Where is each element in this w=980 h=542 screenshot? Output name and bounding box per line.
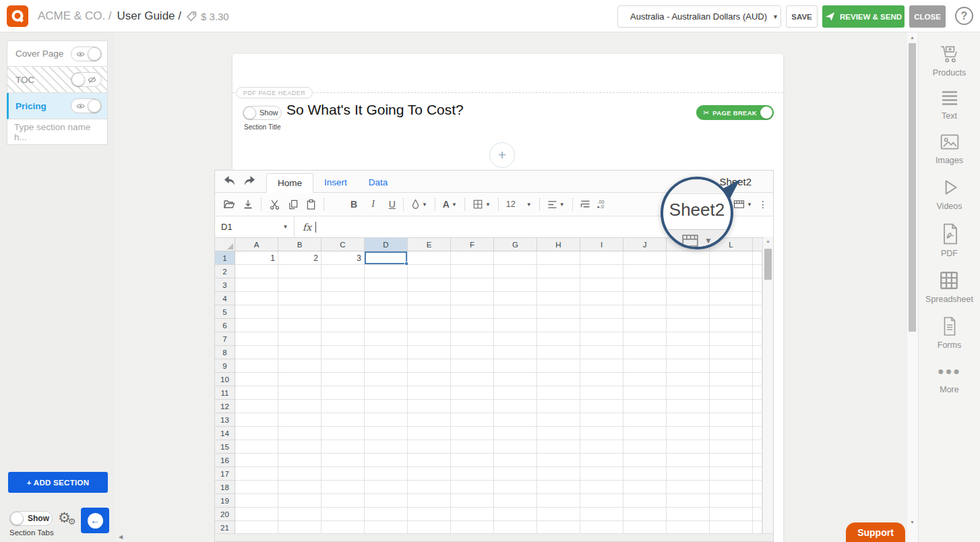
formula-input[interactable] [315, 222, 316, 233]
cell-A1[interactable]: 1 [235, 251, 278, 265]
add-block-button[interactable]: + [489, 142, 515, 168]
cell-I6[interactable] [580, 319, 623, 332]
cell-G7[interactable] [494, 332, 537, 346]
cell-E5[interactable] [408, 305, 451, 319]
cell-G15[interactable] [494, 440, 537, 454]
redo-icon[interactable] [243, 175, 256, 186]
cell-F20[interactable] [451, 508, 494, 521]
cell-G16[interactable] [494, 454, 537, 467]
cell-K17[interactable] [667, 467, 710, 481]
cell-H3[interactable] [537, 278, 580, 292]
cell-K3[interactable] [667, 278, 710, 292]
column-header-J[interactable]: J [623, 238, 667, 251]
currency-selector[interactable]: Australia - Australian Dollars (AUD) ▼ [617, 5, 781, 28]
sheet-scrollbar-thumb[interactable] [764, 249, 772, 280]
cell-D4[interactable] [365, 292, 408, 305]
cell-G8[interactable] [494, 346, 537, 359]
cell-F7[interactable] [451, 332, 494, 346]
cell-J19[interactable] [623, 494, 667, 508]
cell-B17[interactable] [278, 467, 321, 481]
cell-K13[interactable] [667, 413, 710, 427]
cell-H20[interactable] [537, 508, 580, 521]
cell-H2[interactable] [537, 265, 580, 278]
cell-F11[interactable] [451, 386, 494, 400]
collapse-sidebar-button[interactable]: ← [81, 508, 109, 533]
cell-C7[interactable] [321, 332, 365, 346]
undo-icon[interactable] [223, 175, 236, 186]
support-button[interactable]: Support [846, 522, 905, 542]
row-header-3[interactable]: 3 [215, 278, 235, 292]
cell-K21[interactable] [667, 521, 710, 535]
cell-F17[interactable] [451, 467, 494, 481]
open-icon[interactable] [223, 198, 235, 210]
column-header-H[interactable]: H [537, 238, 580, 251]
cell-F10[interactable] [451, 373, 494, 386]
cell-L19[interactable] [710, 494, 753, 508]
row-header-18[interactable]: 18 [215, 481, 235, 494]
cell-B5[interactable] [278, 305, 321, 319]
toolbox-item-products[interactable]: Products [933, 43, 966, 78]
cell-J21[interactable] [623, 521, 667, 535]
cell-B4[interactable] [278, 292, 321, 305]
cell-C8[interactable] [321, 346, 365, 359]
cell-L10[interactable] [710, 373, 753, 386]
row-header-11[interactable]: 11 [215, 386, 235, 400]
cell-K5[interactable] [667, 305, 710, 319]
cell-A17[interactable] [235, 467, 278, 481]
toolbox-item-spreadsheet[interactable]: Spreadsheet [925, 270, 973, 304]
row-header-20[interactable]: 20 [215, 508, 235, 521]
cell-B19[interactable] [278, 494, 321, 508]
bold-button[interactable]: B [350, 199, 357, 210]
cell-K2[interactable] [667, 265, 710, 278]
scroll-down-icon[interactable]: ▼ [910, 520, 915, 524]
cell-D17[interactable] [365, 467, 408, 481]
row-header-16[interactable]: 16 [215, 454, 235, 467]
cell-I4[interactable] [580, 292, 623, 305]
cell-E13[interactable] [408, 413, 451, 427]
cell-E16[interactable] [408, 454, 451, 467]
cell-C14[interactable] [321, 427, 365, 440]
cell-I13[interactable] [580, 413, 623, 427]
cell-L15[interactable] [710, 440, 753, 454]
cell-K7[interactable] [667, 332, 710, 346]
cell-K16[interactable] [667, 454, 710, 467]
align-button[interactable]: ▼ [547, 200, 565, 209]
cell-D6[interactable] [365, 319, 408, 332]
add-section-button[interactable]: + ADD SECTION [8, 472, 108, 493]
cell-E2[interactable] [408, 265, 451, 278]
row-header-5[interactable]: 5 [215, 305, 235, 319]
cell-D16[interactable] [365, 454, 408, 467]
cell-D13[interactable] [365, 413, 408, 427]
settings-gears-icon[interactable]: ⚙⚙ [58, 510, 78, 526]
cell-I9[interactable] [580, 359, 623, 373]
cell-D1[interactable] [365, 251, 408, 265]
cell-D8[interactable] [365, 346, 408, 359]
cell-I10[interactable] [580, 373, 623, 386]
cell-G4[interactable] [494, 292, 537, 305]
sheet-tab-home[interactable]: Home [266, 173, 313, 193]
cell-L20[interactable] [710, 508, 753, 521]
row-header-10[interactable]: 10 [215, 373, 235, 386]
cell-A5[interactable] [235, 305, 278, 319]
cell-D11[interactable] [365, 386, 408, 400]
number-format-button[interactable]: .00▸.0 [598, 200, 605, 209]
page-break-toggle[interactable]: ✂ PAGE BREAK [696, 105, 774, 120]
cell-J7[interactable] [623, 332, 667, 346]
row-header-7[interactable]: 7 [215, 332, 235, 346]
cell-E6[interactable] [408, 319, 451, 332]
cell-D15[interactable] [365, 440, 408, 454]
cell-L12[interactable] [710, 400, 753, 413]
sheet-vertical-scrollbar[interactable]: ▲ [762, 237, 773, 533]
row-header-8[interactable]: 8 [215, 346, 235, 359]
cell-F14[interactable] [451, 427, 494, 440]
cell-H11[interactable] [537, 386, 580, 400]
cell-K11[interactable] [667, 386, 710, 400]
toolbox-item-pdf[interactable]: PDF [939, 222, 960, 258]
cell-C6[interactable] [321, 319, 365, 332]
underline-button[interactable]: U [389, 199, 396, 210]
cell-F2[interactable] [451, 265, 494, 278]
cell-H12[interactable] [537, 400, 580, 413]
cell-G1[interactable] [494, 251, 537, 265]
cell-J20[interactable] [623, 508, 667, 521]
cell-D12[interactable] [365, 400, 408, 413]
